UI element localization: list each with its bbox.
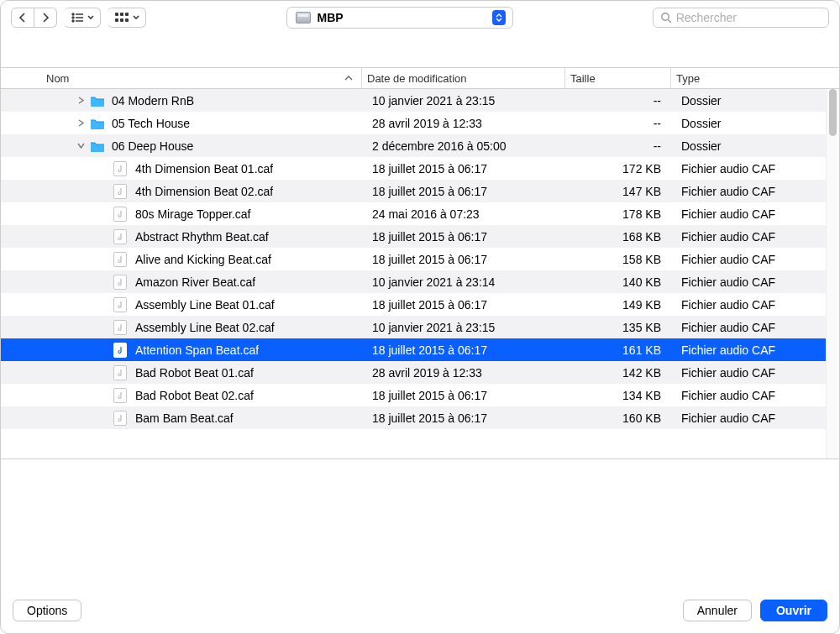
scrollbar[interactable] — [826, 89, 839, 458]
open-button[interactable]: Ouvrir — [760, 600, 827, 621]
file-area: 04 Modern RnB10 janvier 2021 à 23:15--Do… — [1, 89, 839, 458]
column-label: Date de modification — [367, 72, 467, 85]
file-row[interactable]: Bad Robot Beat 01.caf28 avril 2019 à 12:… — [1, 361, 826, 384]
item-size: -- — [565, 139, 671, 153]
nav-forward-button[interactable] — [34, 8, 57, 28]
item-name: Alive and Kicking Beat.caf — [135, 253, 271, 266]
column-header: Nom Date de modification Taille Type — [1, 67, 839, 89]
file-row[interactable]: Attention Span Beat.caf18 juillet 2015 à… — [1, 338, 826, 361]
location-popup[interactable]: MBP — [286, 7, 513, 29]
column-label: Taille — [570, 72, 596, 85]
audio-file-icon — [113, 297, 127, 312]
item-size: 160 KB — [565, 411, 671, 425]
item-type: Fichier audio CAF — [671, 230, 817, 244]
grid-icon — [115, 13, 129, 23]
item-date: 18 juillet 2015 à 06:17 — [362, 389, 565, 402]
audio-file-icon — [113, 207, 127, 222]
list-mode-group — [64, 8, 101, 28]
audio-file-icon — [113, 388, 127, 403]
file-row[interactable]: Bam Bam Beat.caf18 juillet 2015 à 06:171… — [1, 406, 826, 429]
folder-icon — [90, 118, 105, 129]
search-input[interactable] — [676, 11, 822, 24]
item-type: Fichier audio CAF — [671, 253, 817, 266]
item-type: Fichier audio CAF — [671, 343, 817, 357]
list-icon — [71, 13, 83, 23]
column-header-date[interactable]: Date de modification — [362, 68, 565, 88]
item-date: 18 juillet 2015 à 06:17 — [362, 298, 565, 312]
chevron-down-icon — [87, 15, 94, 20]
disclosure-triangle[interactable] — [76, 119, 85, 127]
scrollbar-thumb[interactable] — [829, 89, 837, 136]
column-header-name[interactable]: Nom — [1, 68, 362, 88]
grouping-button[interactable] — [108, 8, 146, 28]
file-row[interactable]: Abstract Rhythm Beat.caf18 juillet 2015 … — [1, 225, 826, 248]
audio-file-icon — [113, 411, 127, 426]
folder-icon — [90, 95, 105, 107]
file-row[interactable]: 4th Dimension Beat 01.caf18 juillet 2015… — [1, 157, 826, 180]
item-size: 178 KB — [565, 207, 671, 221]
button-label: Annuler — [697, 604, 738, 617]
chevron-left-icon — [18, 13, 27, 23]
file-row[interactable]: 4th Dimension Beat 02.caf18 juillet 2015… — [1, 180, 826, 202]
nav-back-button[interactable] — [11, 8, 34, 28]
audio-file-icon — [113, 365, 127, 380]
item-size: 168 KB — [565, 230, 671, 244]
svg-rect-7 — [120, 13, 123, 16]
item-date: 18 juillet 2015 à 06:17 — [362, 162, 565, 176]
svg-point-4 — [72, 20, 74, 22]
item-name: Bad Robot Beat 01.caf — [135, 366, 254, 380]
file-row[interactable]: Alive and Kicking Beat.caf18 juillet 201… — [1, 248, 826, 270]
item-date: 10 janvier 2021 à 23:15 — [362, 321, 565, 334]
item-date: 10 janvier 2021 à 23:14 — [362, 275, 565, 289]
popup-arrows-icon — [492, 10, 506, 25]
item-type: Fichier audio CAF — [671, 298, 817, 312]
item-date: 10 janvier 2021 à 23:15 — [362, 94, 565, 107]
file-row[interactable]: Assembly Line Beat 01.caf18 juillet 2015… — [1, 293, 826, 316]
file-list[interactable]: 04 Modern RnB10 janvier 2021 à 23:15--Do… — [1, 89, 826, 458]
item-date: 18 juillet 2015 à 06:17 — [362, 253, 565, 266]
button-label: Options — [27, 604, 67, 617]
location-label: MBP — [318, 11, 344, 24]
disclosure-triangle[interactable] — [76, 142, 85, 149]
file-row[interactable]: Assembly Line Beat 02.caf10 janvier 2021… — [1, 316, 826, 338]
item-name: 06 Deep House — [112, 139, 193, 153]
item-date: 18 juillet 2015 à 06:17 — [362, 230, 565, 244]
item-date: 28 avril 2019 à 12:33 — [362, 117, 565, 130]
options-button[interactable]: Options — [13, 600, 81, 621]
item-size: 140 KB — [565, 275, 671, 289]
item-date: 28 avril 2019 à 12:33 — [362, 366, 565, 380]
preview-strip — [1, 458, 839, 589]
item-type: Dossier — [671, 117, 817, 130]
item-name: Assembly Line Beat 02.caf — [135, 321, 275, 334]
audio-file-icon — [113, 252, 127, 267]
folder-icon — [90, 140, 105, 152]
sort-ascending-icon — [344, 75, 353, 81]
disclosure-triangle[interactable] — [76, 97, 85, 104]
item-type: Fichier audio CAF — [671, 207, 817, 221]
folder-row[interactable]: 06 Deep House2 décembre 2016 à 05:00--Do… — [1, 134, 826, 157]
file-row[interactable]: 80s Mirage Topper.caf24 mai 2016 à 07:23… — [1, 202, 826, 225]
search-icon — [660, 12, 671, 24]
item-type: Fichier audio CAF — [671, 185, 817, 198]
grouping-group — [108, 8, 146, 28]
svg-rect-10 — [120, 18, 123, 22]
item-date: 18 juillet 2015 à 06:17 — [362, 343, 565, 357]
audio-file-icon — [113, 161, 127, 176]
column-header-type[interactable]: Type — [671, 68, 839, 88]
item-size: 142 KB — [565, 366, 671, 380]
column-header-size[interactable]: Taille — [565, 68, 671, 88]
list-view-button[interactable] — [64, 8, 101, 28]
file-row[interactable]: Amazon River Beat.caf10 janvier 2021 à 2… — [1, 270, 826, 293]
item-date: 24 mai 2016 à 07:23 — [362, 207, 565, 221]
folder-row[interactable]: 04 Modern RnB10 janvier 2021 à 23:15--Do… — [1, 89, 826, 112]
folder-row[interactable]: 05 Tech House28 avril 2019 à 12:33--Doss… — [1, 112, 826, 134]
item-date: 2 décembre 2016 à 05:00 — [362, 139, 565, 153]
item-name: 80s Mirage Topper.caf — [135, 207, 251, 221]
column-label: Nom — [46, 72, 69, 85]
item-name: Attention Span Beat.caf — [135, 343, 259, 357]
button-label: Ouvrir — [776, 604, 811, 617]
svg-point-2 — [72, 17, 74, 18]
cancel-button[interactable]: Annuler — [683, 600, 752, 621]
file-row[interactable]: Bad Robot Beat 02.caf18 juillet 2015 à 0… — [1, 384, 826, 406]
item-type: Fichier audio CAF — [671, 275, 817, 289]
